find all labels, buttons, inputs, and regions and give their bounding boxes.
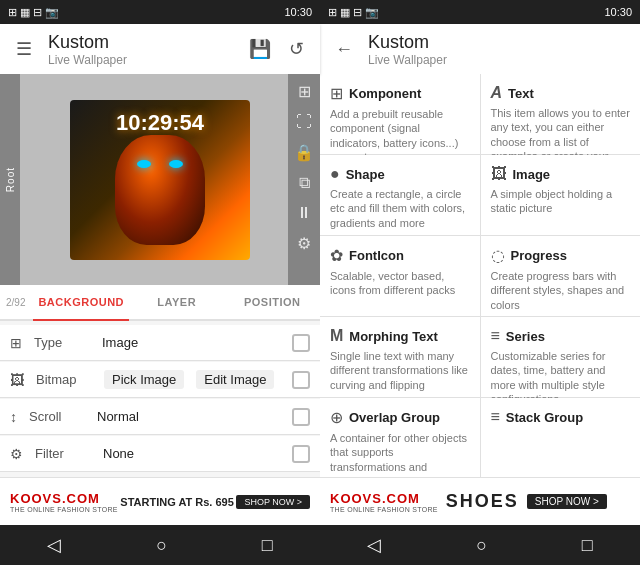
fullscreen-icon[interactable]: ⛶: [296, 113, 312, 131]
grid-item-komponent[interactable]: ⊞ Komponent Add a prebuilt reusable comp…: [320, 74, 480, 154]
home-nav-right[interactable]: ○: [476, 535, 487, 556]
status-bar-left: ⊞ ▦ ⊟ 📷 10:30: [0, 0, 320, 24]
right-panel: ⊞ ▦ ⊟ 📷 10:30 ← Kustom Live Wallpaper ⊞ …: [320, 0, 640, 565]
series-header: ≡ Series: [491, 327, 631, 345]
top-bar-right: ← Kustom Live Wallpaper: [320, 24, 640, 74]
canvas-time: 10:29:54: [116, 110, 204, 136]
add-icon[interactable]: ⊞: [298, 82, 311, 101]
grid-item-text[interactable]: A Text This item allows you to enter any…: [481, 74, 641, 154]
morphing-icon: M: [330, 327, 343, 345]
filter-label: Filter: [35, 446, 95, 461]
image-icon: 🖼: [491, 165, 507, 183]
fonticon-title: FontIcon: [349, 248, 404, 263]
koovs-shopnow-button[interactable]: SHOP NOW >: [236, 495, 310, 509]
koovs-sub: THE ONLINE FASHION STORE: [10, 506, 118, 513]
tab-background[interactable]: BACKGROUND: [33, 285, 129, 321]
stack-title: Stack Group: [506, 410, 583, 425]
bitmap-icon: 🖼: [10, 372, 24, 388]
series-title: Series: [506, 329, 545, 344]
status-bar-right: ⊞ ▦ ⊟ 📷 10:30: [320, 0, 640, 24]
grid-item-overlap[interactable]: ⊕ Overlap Group A container for other ob…: [320, 398, 480, 477]
notification-icons-right: ⊞ ▦ ⊟ 📷: [328, 6, 379, 19]
grid-item-series[interactable]: ≡ Series Customizable series for dates, …: [481, 317, 641, 397]
time-right: 10:30: [604, 6, 632, 18]
overlap-title: Overlap Group: [349, 410, 440, 425]
type-value[interactable]: Image: [102, 335, 284, 350]
tab-layer[interactable]: LAYER: [129, 285, 225, 321]
tab-position[interactable]: POSITION: [225, 285, 321, 321]
shape-title: Shape: [346, 167, 385, 182]
scroll-label: Scroll: [29, 409, 89, 424]
shape-header: ● Shape: [330, 165, 470, 183]
app-name-left: Kustom: [48, 32, 236, 53]
home-nav-left[interactable]: ○: [156, 535, 167, 556]
root-label: Root: [5, 167, 16, 192]
grid-item-shape[interactable]: ● Shape Create a rectangle, a circle etc…: [320, 155, 480, 235]
status-icons-right: ⊞ ▦ ⊟ 📷: [328, 6, 379, 19]
scroll-value[interactable]: Normal: [97, 409, 284, 424]
morphing-title: Morphing Text: [349, 329, 438, 344]
series-icon: ≡: [491, 327, 500, 345]
image-header: 🖼 Image: [491, 165, 631, 183]
edit-image-button[interactable]: Edit Image: [196, 370, 274, 389]
recent-nav-left[interactable]: □: [262, 535, 273, 556]
scroll-icon: ↕: [10, 409, 17, 425]
filter-value[interactable]: None: [103, 446, 284, 461]
back-nav-left[interactable]: ◁: [47, 534, 61, 556]
filter-icon: ⚙: [10, 446, 23, 462]
fonticon-desc: Scalable, vector based, icons from diffe…: [330, 269, 470, 298]
app-subtitle-right: Live Wallpaper: [368, 53, 628, 67]
time-left: 10:30: [284, 6, 312, 18]
type-checkbox[interactable]: [292, 334, 310, 352]
grid-item-fonticon[interactable]: ✿ FontIcon Scalable, vector based, icons…: [320, 236, 480, 316]
type-label: Type: [34, 335, 94, 350]
progress-desc: Create progress bars with different styl…: [491, 269, 631, 312]
r-koovs-name: KOOVS.COM: [330, 491, 438, 506]
save-icon[interactable]: 💾: [248, 37, 272, 61]
koovs-name: KOOVS.COM: [10, 491, 118, 506]
grid-item-progress[interactable]: ◌ Progress Create progress bars with dif…: [481, 236, 641, 316]
pick-image-button[interactable]: Pick Image: [104, 370, 184, 389]
scroll-checkbox[interactable]: [292, 408, 310, 426]
fonticon-header: ✿ FontIcon: [330, 246, 470, 265]
overlap-header: ⊕ Overlap Group: [330, 408, 470, 427]
image-title: Image: [513, 167, 551, 182]
pause-icon[interactable]: ⏸: [296, 204, 312, 222]
canvas-area: Root 10:29:54 ⊞ ⛶ 🔒 ⧉ ⏸ ⚙: [0, 74, 320, 285]
app-title-right: Kustom Live Wallpaper: [368, 32, 628, 67]
r-shopnow-button[interactable]: SHOP NOW >: [527, 494, 607, 509]
lock-icon[interactable]: 🔒: [294, 143, 314, 162]
komponent-header: ⊞ Komponent: [330, 84, 470, 103]
recent-nav-right[interactable]: □: [582, 535, 593, 556]
back-button[interactable]: ←: [332, 37, 356, 61]
grid-item-morphing[interactable]: M Morphing Text Single line text with ma…: [320, 317, 480, 397]
grid-item-stack[interactable]: ≡ Stack Group: [481, 398, 641, 477]
menu-icon[interactable]: ☰: [12, 37, 36, 61]
top-bar-icons-left: 💾 ↺: [248, 37, 308, 61]
back-nav-right[interactable]: ◁: [367, 534, 381, 556]
layers-icon[interactable]: ⧉: [299, 174, 310, 192]
progress-title: Progress: [511, 248, 567, 263]
filter-checkbox[interactable]: [292, 445, 310, 463]
bitmap-label: Bitmap: [36, 372, 96, 387]
canvas-preview[interactable]: 10:29:54: [70, 100, 250, 260]
progress-header: ◌ Progress: [491, 246, 631, 265]
status-right: 10:30: [284, 6, 312, 18]
mask-eye-right: [169, 160, 183, 168]
bottom-ad-right: KOOVS.COM THE ONLINE FASHION STORE SHOES…: [320, 477, 640, 525]
stack-icon: ≡: [491, 408, 500, 426]
nav-bar-right: ◁ ○ □: [320, 525, 640, 565]
overlap-desc: A container for other objects that suppo…: [330, 431, 470, 474]
settings-icon[interactable]: ⚙: [297, 234, 311, 253]
shape-desc: Create a rectangle, a circle etc and fil…: [330, 187, 470, 230]
top-bar-left: ☰ Kustom Live Wallpaper 💾 ↺: [0, 24, 320, 74]
koovs-promo-main: STARTING AT Rs. 695: [118, 496, 237, 508]
r-ad-shoes: SHOES: [446, 491, 519, 512]
history-icon[interactable]: ↺: [284, 37, 308, 61]
grid-item-image[interactable]: 🖼 Image A simple object holding a static…: [481, 155, 641, 235]
komponent-title: Komponent: [349, 86, 421, 101]
bitmap-checkbox[interactable]: [292, 371, 310, 389]
root-toolbar: Root: [0, 74, 20, 285]
type-icon: ⊞: [10, 335, 22, 351]
bottom-ad-left: KOOVS.COM THE ONLINE FASHION STORE START…: [0, 477, 320, 525]
